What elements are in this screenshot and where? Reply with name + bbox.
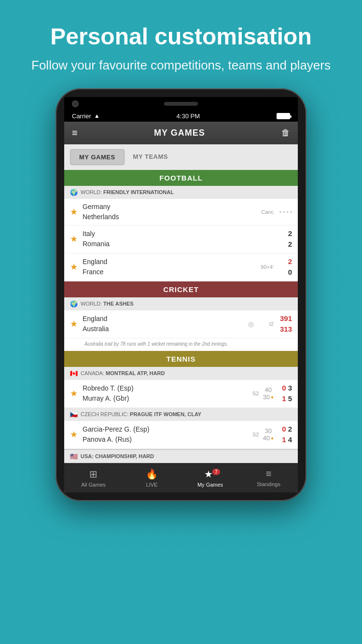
time-display: 4:30 PM bbox=[177, 112, 200, 120]
murray-games: 5 bbox=[288, 393, 292, 405]
murray-sets: 1 bbox=[282, 393, 286, 405]
main-subtitle: Follow your favourite competitions, team… bbox=[19, 57, 343, 74]
phone-device: Carrier ▲ 4:30 PM ≡ MY GAMES 🗑 MY GAMES … bbox=[56, 88, 306, 501]
match-scores-5: 0 3 1 5 bbox=[278, 383, 292, 405]
trash-icon[interactable]: 🗑 bbox=[281, 128, 290, 138]
menu-icon[interactable]: ≡ bbox=[72, 127, 78, 139]
player-robredo: Robredo T. (Esp) bbox=[83, 383, 242, 393]
tennis-competition-label-2: CZECH REPUBLIC: PRAGUE ITF WOMEN, CLAY bbox=[81, 411, 201, 417]
cricket-note: Australia trail by 78 runs with 1 wicket… bbox=[64, 338, 298, 351]
panova-games: 4 bbox=[288, 434, 292, 446]
tab-switcher: MY GAMES MY TEAMS bbox=[64, 144, 298, 170]
score-australia: 313 bbox=[280, 324, 292, 335]
fire-icon: 🔥 bbox=[146, 468, 158, 480]
match-status-3: 90+4' bbox=[257, 264, 274, 270]
team-france: France bbox=[83, 267, 257, 277]
page-header: Personal customisation Follow your favou… bbox=[0, 0, 362, 84]
match-teams-4: England Australia bbox=[83, 314, 248, 334]
panova-current-score: 40 ● bbox=[263, 434, 274, 442]
scoreboard-icon: ⊞ bbox=[89, 468, 97, 480]
phone-top bbox=[64, 97, 298, 111]
tennis-competition-1: 🇨🇦 CANADA: MONTREAL ATP, HARD bbox=[64, 367, 298, 380]
robredo-games: 3 bbox=[288, 383, 292, 394]
team-germany: Germany bbox=[83, 202, 257, 212]
favorite-star-4[interactable]: ★ bbox=[70, 319, 78, 329]
football-flag: 🌍 bbox=[70, 189, 78, 196]
star-nav-icon: ★ bbox=[204, 469, 213, 479]
usa-competition-label: USA: CHAMPIONSHIP, HARD bbox=[81, 453, 154, 459]
match-england-france: ★ England France 90+4' 2 0 bbox=[64, 253, 298, 281]
murray-current-score: 30 ● bbox=[263, 393, 274, 401]
battery-icon bbox=[277, 113, 290, 119]
app-title: MY GAMES bbox=[154, 128, 205, 138]
match-germany-netherlands: ★ Germany Netherlands Canc - - - - bbox=[64, 199, 298, 225]
match-innings: I2 bbox=[257, 321, 274, 327]
team-netherlands: Netherlands bbox=[83, 212, 257, 222]
match-status-1: Canc bbox=[257, 209, 274, 215]
football-competition-label: WORLD: FRIENDLY INTERNATIONAL bbox=[81, 189, 174, 195]
favorite-star-1[interactable]: ★ bbox=[70, 207, 78, 217]
tennis-flag-1: 🇨🇦 bbox=[70, 370, 78, 377]
match-teams-3: England France bbox=[83, 257, 257, 277]
sport-header-cricket: CRICKET bbox=[64, 281, 298, 297]
player-panova: Panova A. (Rus) bbox=[83, 434, 242, 445]
phone-screen: Carrier ▲ 4:30 PM ≡ MY GAMES 🗑 MY GAMES … bbox=[64, 111, 298, 492]
score-france: 0 bbox=[288, 267, 292, 278]
score-romania: 2 bbox=[288, 239, 292, 250]
phone-speaker bbox=[164, 102, 198, 106]
team-australia: Australia bbox=[83, 324, 248, 334]
garcia-current-score: 30 bbox=[265, 427, 272, 434]
match-scores-1: - - - - bbox=[278, 208, 292, 216]
robredo-sets: 0 bbox=[282, 383, 286, 394]
match-teams-5: Robredo T. (Esp) Murray A. (Gbr) bbox=[83, 383, 242, 404]
tab-my-teams[interactable]: MY TEAMS bbox=[125, 149, 177, 165]
match-set-1: S2 bbox=[242, 391, 259, 396]
match-england-australia: ★ England Australia ◎ I2 391 313 bbox=[64, 310, 298, 338]
nav-my-games[interactable]: ★ 7 My Games bbox=[181, 463, 239, 492]
tennis-flag-2: 🇨🇿 bbox=[70, 411, 78, 418]
favorite-star-3[interactable]: ★ bbox=[70, 262, 78, 272]
app-header: ≡ MY GAMES 🗑 bbox=[64, 122, 298, 144]
score-england-f: 2 bbox=[288, 256, 292, 267]
match-garcia-panova: ★ Garcia-Perez G. (Esp) Panova A. (Rus) … bbox=[64, 421, 298, 449]
carrier-label: Carrier bbox=[72, 112, 91, 120]
phone-camera bbox=[72, 100, 79, 107]
nav-label-live: LIVE bbox=[146, 482, 158, 488]
match-robredo-murray: ★ Robredo T. (Esp) Murray A. (Gbr) S2 40… bbox=[64, 380, 298, 408]
cricket-ball-icon: ◎ bbox=[248, 320, 254, 328]
sport-header-tennis: TENNIS bbox=[64, 351, 298, 367]
player-garcia: Garcia-Perez G. (Esp) bbox=[83, 424, 242, 434]
match-scores-6: 0 2 1 4 bbox=[278, 424, 292, 446]
cricket-competition-1: 🌍 WORLD: THE ASHES bbox=[64, 297, 298, 310]
wifi-icon: ▲ bbox=[94, 112, 100, 119]
tennis-competition-2: 🇨🇿 CZECH REPUBLIC: PRAGUE ITF WOMEN, CLA… bbox=[64, 408, 298, 421]
cricket-flag: 🌍 bbox=[70, 300, 78, 308]
nav-standings[interactable]: ≡ Standings bbox=[239, 463, 298, 492]
match-teams-2: Italy Romania bbox=[83, 229, 257, 249]
phone-wrapper: Carrier ▲ 4:30 PM ≡ MY GAMES 🗑 MY GAMES … bbox=[0, 88, 362, 501]
match-teams-1: Germany Netherlands bbox=[83, 202, 257, 222]
team-england-c: England bbox=[83, 314, 248, 324]
panova-sets: 1 bbox=[282, 434, 286, 446]
sport-header-football: FOOTBALL bbox=[64, 170, 298, 186]
page-background: Personal customisation Follow your favou… bbox=[0, 0, 362, 501]
nav-label-standings: Standings bbox=[257, 481, 280, 487]
team-italy: Italy bbox=[83, 229, 257, 239]
my-games-badge: 7 bbox=[212, 469, 220, 475]
favorite-star-6[interactable]: ★ bbox=[70, 429, 78, 440]
football-competition-1: 🌍 WORLD: FRIENDLY INTERNATIONAL bbox=[64, 186, 298, 199]
match-set-2: S2 bbox=[242, 432, 259, 437]
bottom-nav: ⊞ All Games 🔥 LIVE ★ 7 My Games bbox=[64, 463, 298, 492]
favorite-star-5[interactable]: ★ bbox=[70, 388, 78, 399]
team-england-f: England bbox=[83, 257, 257, 267]
favorite-star-2[interactable]: ★ bbox=[70, 234, 78, 244]
cricket-competition-label: WORLD: THE ASHES bbox=[81, 301, 134, 307]
match-scores-3: 2 0 bbox=[278, 256, 292, 278]
match-scores-2: 2 2 bbox=[278, 228, 292, 250]
nav-live[interactable]: 🔥 LIVE bbox=[123, 463, 181, 492]
status-bar: Carrier ▲ 4:30 PM bbox=[64, 111, 298, 122]
tab-my-games[interactable]: MY GAMES bbox=[70, 149, 125, 165]
status-left: Carrier ▲ bbox=[72, 112, 100, 120]
main-title: Personal customisation bbox=[19, 24, 343, 50]
nav-all-games[interactable]: ⊞ All Games bbox=[64, 463, 123, 492]
